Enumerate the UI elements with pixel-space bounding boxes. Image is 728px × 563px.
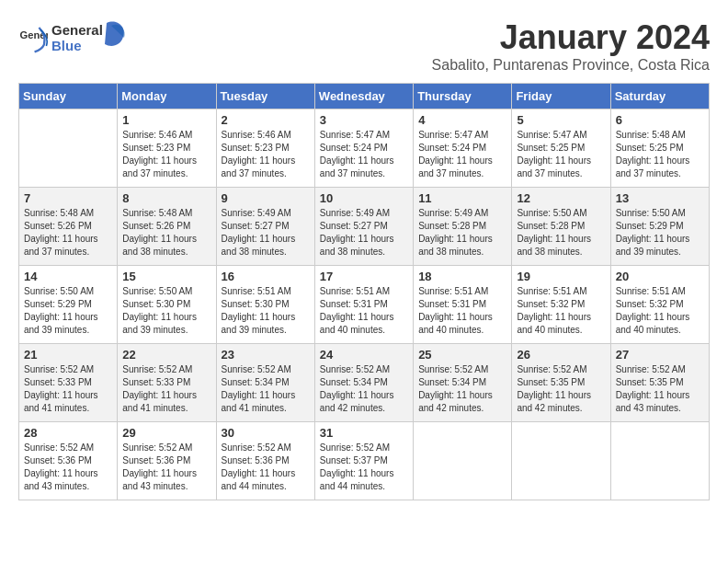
calendar-cell: 27Sunrise: 5:52 AMSunset: 5:35 PMDayligh… bbox=[610, 344, 709, 422]
day-number: 29 bbox=[122, 426, 210, 440]
calendar-cell: 31Sunrise: 5:52 AMSunset: 5:37 PMDayligh… bbox=[314, 422, 413, 500]
calendar-cell: 19Sunrise: 5:51 AMSunset: 5:32 PMDayligh… bbox=[512, 266, 610, 344]
day-number: 27 bbox=[616, 348, 704, 362]
svg-text:Blue: Blue bbox=[51, 38, 82, 53]
logo-icon: General bbox=[18, 24, 48, 53]
header-row: SundayMondayTuesdayWednesdayThursdayFrid… bbox=[19, 84, 710, 109]
location-title: Sabalito, Puntarenas Province, Costa Ric… bbox=[432, 57, 710, 74]
day-info: Sunrise: 5:50 AMSunset: 5:29 PMDaylight:… bbox=[24, 285, 112, 337]
day-of-week-header: Wednesday bbox=[314, 84, 413, 109]
calendar-cell bbox=[610, 422, 709, 500]
day-of-week-header: Thursday bbox=[414, 84, 512, 109]
calendar-cell: 16Sunrise: 5:51 AMSunset: 5:30 PMDayligh… bbox=[216, 266, 314, 344]
day-number: 12 bbox=[517, 191, 605, 205]
day-info: Sunrise: 5:47 AMSunset: 5:24 PMDaylight:… bbox=[320, 129, 408, 180]
day-number: 26 bbox=[517, 348, 605, 362]
day-info: Sunrise: 5:48 AMSunset: 5:26 PMDaylight:… bbox=[24, 207, 112, 259]
day-number: 31 bbox=[320, 426, 408, 440]
day-info: Sunrise: 5:50 AMSunset: 5:28 PMDaylight:… bbox=[517, 207, 605, 259]
day-number: 21 bbox=[24, 348, 112, 362]
calendar-cell: 14Sunrise: 5:50 AMSunset: 5:29 PMDayligh… bbox=[19, 266, 118, 344]
day-of-week-header: Tuesday bbox=[216, 84, 314, 109]
calendar-cell: 11Sunrise: 5:49 AMSunset: 5:28 PMDayligh… bbox=[414, 188, 512, 266]
day-number: 8 bbox=[122, 191, 210, 205]
day-info: Sunrise: 5:52 AMSunset: 5:33 PMDaylight:… bbox=[122, 363, 210, 415]
calendar-week-row: 1Sunrise: 5:46 AMSunset: 5:23 PMDaylight… bbox=[19, 109, 710, 188]
calendar-cell: 28Sunrise: 5:52 AMSunset: 5:36 PMDayligh… bbox=[19, 422, 118, 500]
day-number: 19 bbox=[517, 270, 605, 283]
svg-text:General: General bbox=[51, 22, 103, 38]
calendar-cell: 9Sunrise: 5:49 AMSunset: 5:27 PMDaylight… bbox=[216, 188, 314, 266]
calendar-cell: 13Sunrise: 5:50 AMSunset: 5:29 PMDayligh… bbox=[610, 188, 709, 266]
day-of-week-header: Monday bbox=[118, 84, 216, 109]
day-number: 17 bbox=[320, 270, 408, 283]
day-info: Sunrise: 5:52 AMSunset: 5:37 PMDaylight:… bbox=[320, 442, 408, 493]
logo: General General Blue bbox=[18, 18, 134, 59]
calendar-cell: 22Sunrise: 5:52 AMSunset: 5:33 PMDayligh… bbox=[118, 344, 216, 422]
calendar-cell: 23Sunrise: 5:52 AMSunset: 5:34 PMDayligh… bbox=[216, 344, 314, 422]
day-info: Sunrise: 5:49 AMSunset: 5:28 PMDaylight:… bbox=[418, 207, 506, 259]
day-of-week-header: Saturday bbox=[610, 84, 709, 109]
calendar-cell: 20Sunrise: 5:51 AMSunset: 5:32 PMDayligh… bbox=[610, 266, 709, 344]
day-number: 10 bbox=[320, 191, 408, 205]
calendar-cell bbox=[512, 422, 610, 500]
calendar-cell bbox=[19, 109, 118, 188]
day-number: 25 bbox=[418, 348, 506, 362]
page-header: General General Blue January 2024 Sabali… bbox=[18, 18, 710, 74]
calendar-cell: 10Sunrise: 5:49 AMSunset: 5:27 PMDayligh… bbox=[314, 188, 413, 266]
day-info: Sunrise: 5:46 AMSunset: 5:23 PMDaylight:… bbox=[122, 129, 210, 180]
day-info: Sunrise: 5:51 AMSunset: 5:31 PMDaylight:… bbox=[320, 285, 408, 337]
calendar-cell: 26Sunrise: 5:52 AMSunset: 5:35 PMDayligh… bbox=[512, 344, 610, 422]
day-number: 3 bbox=[320, 113, 408, 127]
calendar-cell: 24Sunrise: 5:52 AMSunset: 5:34 PMDayligh… bbox=[314, 344, 413, 422]
day-number: 16 bbox=[222, 270, 310, 283]
calendar-cell: 7Sunrise: 5:48 AMSunset: 5:26 PMDaylight… bbox=[19, 188, 118, 266]
calendar-cell: 3Sunrise: 5:47 AMSunset: 5:24 PMDaylight… bbox=[314, 109, 413, 188]
day-info: Sunrise: 5:52 AMSunset: 5:33 PMDaylight:… bbox=[24, 363, 112, 415]
calendar-cell: 30Sunrise: 5:52 AMSunset: 5:36 PMDayligh… bbox=[216, 422, 314, 500]
title-section: January 2024 Sabalito, Puntarenas Provin… bbox=[432, 18, 710, 74]
day-info: Sunrise: 5:50 AMSunset: 5:30 PMDaylight:… bbox=[122, 285, 210, 337]
day-of-week-header: Friday bbox=[512, 84, 610, 109]
day-info: Sunrise: 5:51 AMSunset: 5:31 PMDaylight:… bbox=[418, 285, 506, 337]
day-info: Sunrise: 5:52 AMSunset: 5:35 PMDaylight:… bbox=[616, 363, 704, 415]
calendar-cell: 15Sunrise: 5:50 AMSunset: 5:30 PMDayligh… bbox=[118, 266, 216, 344]
day-info: Sunrise: 5:46 AMSunset: 5:23 PMDaylight:… bbox=[222, 129, 310, 180]
day-number: 11 bbox=[418, 191, 506, 205]
calendar-week-row: 28Sunrise: 5:52 AMSunset: 5:36 PMDayligh… bbox=[19, 422, 710, 500]
day-info: Sunrise: 5:51 AMSunset: 5:32 PMDaylight:… bbox=[616, 285, 704, 337]
day-info: Sunrise: 5:49 AMSunset: 5:27 PMDaylight:… bbox=[222, 207, 310, 259]
calendar-week-row: 21Sunrise: 5:52 AMSunset: 5:33 PMDayligh… bbox=[19, 344, 710, 422]
day-info: Sunrise: 5:48 AMSunset: 5:25 PMDaylight:… bbox=[616, 129, 704, 180]
day-number: 9 bbox=[222, 191, 310, 205]
day-number: 30 bbox=[222, 426, 310, 440]
day-info: Sunrise: 5:49 AMSunset: 5:27 PMDaylight:… bbox=[320, 207, 408, 259]
day-number: 2 bbox=[222, 113, 310, 127]
day-info: Sunrise: 5:51 AMSunset: 5:30 PMDaylight:… bbox=[222, 285, 310, 337]
calendar-table: SundayMondayTuesdayWednesdayThursdayFrid… bbox=[18, 83, 710, 500]
calendar-cell: 2Sunrise: 5:46 AMSunset: 5:23 PMDaylight… bbox=[216, 109, 314, 188]
day-number: 1 bbox=[122, 113, 210, 127]
day-number: 5 bbox=[517, 113, 605, 127]
calendar-cell: 8Sunrise: 5:48 AMSunset: 5:26 PMDaylight… bbox=[118, 188, 216, 266]
calendar-cell: 25Sunrise: 5:52 AMSunset: 5:34 PMDayligh… bbox=[414, 344, 512, 422]
day-number: 24 bbox=[320, 348, 408, 362]
calendar-cell bbox=[414, 422, 512, 500]
day-number: 7 bbox=[24, 191, 112, 205]
calendar-week-row: 14Sunrise: 5:50 AMSunset: 5:29 PMDayligh… bbox=[19, 266, 710, 344]
day-number: 15 bbox=[122, 270, 210, 283]
calendar-cell: 1Sunrise: 5:46 AMSunset: 5:23 PMDaylight… bbox=[118, 109, 216, 188]
day-number: 14 bbox=[24, 270, 112, 283]
day-number: 18 bbox=[418, 270, 506, 283]
calendar-cell: 18Sunrise: 5:51 AMSunset: 5:31 PMDayligh… bbox=[414, 266, 512, 344]
calendar-cell: 5Sunrise: 5:47 AMSunset: 5:25 PMDaylight… bbox=[512, 109, 610, 188]
month-title: January 2024 bbox=[432, 18, 710, 57]
calendar-cell: 29Sunrise: 5:52 AMSunset: 5:36 PMDayligh… bbox=[118, 422, 216, 500]
day-info: Sunrise: 5:52 AMSunset: 5:36 PMDaylight:… bbox=[222, 442, 310, 493]
day-info: Sunrise: 5:51 AMSunset: 5:32 PMDaylight:… bbox=[517, 285, 605, 337]
day-number: 22 bbox=[122, 348, 210, 362]
day-info: Sunrise: 5:52 AMSunset: 5:34 PMDaylight:… bbox=[320, 363, 408, 415]
day-info: Sunrise: 5:52 AMSunset: 5:34 PMDaylight:… bbox=[418, 363, 506, 415]
day-info: Sunrise: 5:52 AMSunset: 5:36 PMDaylight:… bbox=[24, 442, 112, 493]
day-of-week-header: Sunday bbox=[19, 84, 118, 109]
